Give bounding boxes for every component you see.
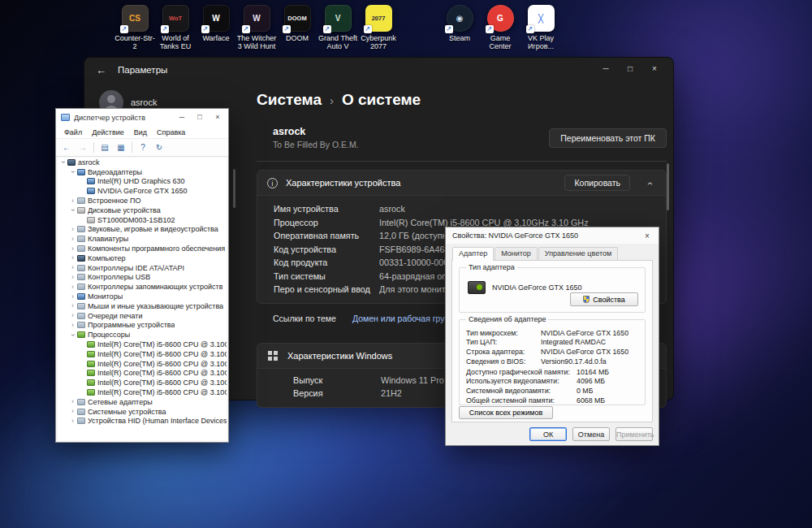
forward-icon[interactable]: → <box>76 141 90 154</box>
cancel-button[interactable]: Отмена <box>572 427 610 441</box>
tree-item[interactable]: Встроенное ПО <box>58 196 227 206</box>
twisty-icon[interactable] <box>69 418 76 425</box>
tree-item[interactable]: Мониторы <box>58 292 227 301</box>
tree-item[interactable]: Компьютер <box>58 253 227 263</box>
twisty-icon[interactable] <box>69 331 76 339</box>
show-console-tree-icon[interactable]: ▤ <box>97 141 112 154</box>
disk-drive-icon <box>77 207 85 214</box>
adapter-memory-row: Используется видеопамяти:4096 МБ <box>466 377 640 387</box>
tab-monitor[interactable]: Монитор <box>495 247 538 260</box>
tree-item[interactable]: Контроллеры USB <box>58 273 227 283</box>
tree-item[interactable]: Очереди печати <box>58 311 227 321</box>
twisty-icon[interactable] <box>69 322 76 329</box>
nav-scrollbar-thumb[interactable] <box>233 169 235 208</box>
maximize-button[interactable]: □ <box>191 110 209 125</box>
maximize-button[interactable]: □ <box>618 59 642 79</box>
tree-item[interactable]: Клавиатуры <box>58 234 227 244</box>
twisty-icon[interactable] <box>69 283 76 291</box>
help-icon[interactable]: ? <box>136 141 150 154</box>
twisty-icon[interactable] <box>69 226 76 233</box>
breadcrumb-system[interactable]: Система <box>257 91 322 109</box>
back-icon[interactable]: ← <box>59 141 74 154</box>
twisty-icon[interactable] <box>59 158 67 166</box>
tree-item[interactable]: Intel(R) Core(TM) i5-8600 CPU @ 3.10GHz <box>58 369 227 379</box>
menu-action[interactable]: Действие <box>87 128 129 136</box>
properties-icon[interactable]: ▦ <box>114 141 128 154</box>
tree-item[interactable]: Intel(R) Core(TM) i5-8600 CPU @ 3.10GHz <box>58 378 227 387</box>
scan-hardware-changes-icon[interactable]: ↻ <box>152 141 166 154</box>
desktop-icon-counter-strike-2[interactable]: CSCounter-Str- 2 <box>114 5 155 50</box>
adapter-info-row: Строка адаптера:NVIDIA GeForce GTX 1650 <box>466 347 640 357</box>
twisty-icon[interactable] <box>69 245 76 253</box>
tree-item[interactable]: Контроллеры IDE ATA/ATAPI <box>58 263 227 273</box>
tree-item[interactable]: Звуковые, игровые и видеоустройства <box>58 225 227 235</box>
tree-item[interactable]: Мыши и иные указывающие устройства <box>58 301 227 311</box>
breadcrumb-about: О системе <box>342 91 421 109</box>
tree-item[interactable]: Intel(R) UHD Graphics 630 <box>58 177 227 187</box>
twisty-icon[interactable] <box>69 274 76 281</box>
tree-item[interactable]: Сетевые адаптеры <box>58 397 227 407</box>
twisty-icon[interactable] <box>69 236 76 243</box>
tree-item[interactable]: Intel(R) Core(TM) i5-8600 CPU @ 3.10GHz <box>58 359 227 369</box>
tab-adapter[interactable]: Адаптер <box>452 247 494 261</box>
minimize-button[interactable]: ─ <box>173 110 191 125</box>
tree-item[interactable]: asrock <box>58 158 227 167</box>
tree-item[interactable]: Intel(R) Core(TM) i5-8600 CPU @ 3.10GHz <box>58 340 227 349</box>
close-button[interactable]: × <box>209 110 227 125</box>
chevron-up-icon[interactable] <box>646 177 656 188</box>
shortcut-arrow-icon <box>445 25 453 33</box>
desktop-icon-warface[interactable]: WWarface <box>196 5 236 50</box>
desktop-icon-world-of-tanks[interactable]: WoTWorld of Tanks EU <box>155 5 196 50</box>
adapter-properties-button[interactable]: Свойства <box>570 292 638 306</box>
desktop-icon-game-center[interactable]: GGame Center <box>480 5 520 50</box>
desktop-icon-steam[interactable]: ◉Steam <box>439 5 480 50</box>
twisty-icon[interactable] <box>69 168 76 175</box>
twisty-icon[interactable] <box>69 293 76 301</box>
tree-item[interactable]: Контроллеры запоминающих устройств <box>58 282 227 292</box>
list-all-modes-button[interactable]: Список всех режимов <box>459 406 553 419</box>
tree-item[interactable]: Компоненты программного обеспечения <box>58 244 227 253</box>
spec-label: Имя устройства <box>274 204 379 214</box>
back-arrow-icon[interactable]: ← <box>96 64 106 76</box>
twisty-icon[interactable] <box>69 312 76 319</box>
twisty-icon[interactable] <box>69 197 76 205</box>
desktop-icon-gta-v[interactable]: VGrand Theft Auto V <box>317 5 358 50</box>
copy-device-specs-button[interactable]: Копировать <box>564 175 630 191</box>
tree-label: Устройства HID (Human Interface Devices) <box>88 417 227 425</box>
apply-button[interactable]: Применить <box>615 427 653 441</box>
twisty-icon[interactable] <box>69 408 76 415</box>
tree-item[interactable]: Процессоры <box>58 330 227 340</box>
related-link[interactable]: Домен или рабочая группа <box>352 314 459 323</box>
tree-item[interactable]: ST1000DM003-1SB102 <box>58 215 227 225</box>
ok-button[interactable]: ОК <box>529 427 567 441</box>
menu-help[interactable]: Справка <box>152 128 190 136</box>
tree-item[interactable]: Системные устройства <box>58 407 227 417</box>
close-button[interactable]: × <box>637 232 657 240</box>
twisty-icon[interactable] <box>69 254 76 262</box>
desktop-icon-doom[interactable]: DOOMDOOM <box>277 5 317 50</box>
minimize-button[interactable]: ─ <box>594 59 618 79</box>
desktop-icon-vk-play[interactable]: ╳VK Play Игров... <box>520 5 561 50</box>
info-label: Сведения о BIOS: <box>466 357 541 366</box>
tree-item[interactable]: Видеоадаптеры <box>58 167 227 177</box>
twisty-icon[interactable] <box>69 206 76 214</box>
menu-view[interactable]: Вид <box>129 128 152 136</box>
tree-item[interactable]: Intel(R) Core(TM) i5-8600 CPU @ 3.10GHz <box>58 349 227 359</box>
dialog-tabs: АдаптерМониторУправление цветом <box>452 247 619 260</box>
twisty-icon[interactable] <box>69 302 76 309</box>
menu-file[interactable]: Файл <box>59 128 87 136</box>
desktop-icon-cyberpunk-2077[interactable]: 2077Cyberpunk 2077 <box>358 5 399 50</box>
rename-pc-button[interactable]: Переименовать этот ПК <box>549 128 667 148</box>
device-specs-header[interactable]: i Характеристики устройства Копировать <box>257 171 666 195</box>
tree-item[interactable]: Программные устройства <box>58 321 227 331</box>
close-button[interactable]: × <box>642 59 667 79</box>
tab-color-management[interactable]: Управление цветом <box>538 247 618 260</box>
tree-item[interactable]: Устройства HID (Human Interface Devices) <box>58 417 227 426</box>
twisty-icon[interactable] <box>69 398 76 405</box>
tree-item[interactable]: Дисковые устройства <box>58 206 227 215</box>
tree-item[interactable]: Intel(R) Core(TM) i5-8600 CPU @ 3.10GHz <box>58 387 227 397</box>
tree-item[interactable]: NVIDIA GeForce GTX 1650 <box>58 186 227 196</box>
scrollbar-thumb[interactable] <box>667 163 669 210</box>
desktop-icon-witcher-3[interactable]: WThe Witcher 3 Wild Hunt <box>236 5 277 50</box>
twisty-icon[interactable] <box>69 264 76 271</box>
